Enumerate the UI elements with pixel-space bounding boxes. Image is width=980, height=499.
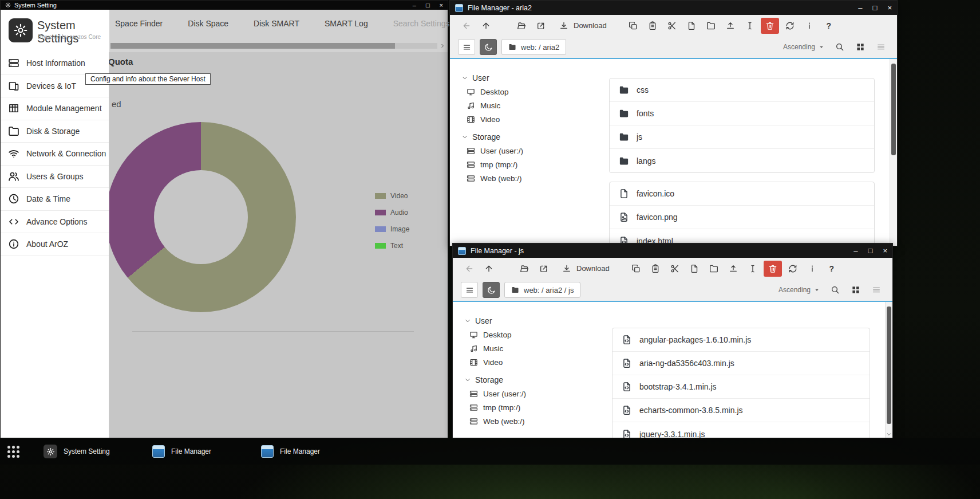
vertical-scrollbar[interactable] [885, 302, 892, 438]
file-row-echarts[interactable]: echarts-common-3.8.5.min.js [612, 399, 870, 422]
scrollbar-thumb[interactable] [891, 64, 896, 155]
tree-section-storage[interactable]: Storage [464, 372, 597, 387]
file-row-aria-ng[interactable]: aria-ng-da5356c403.min.js [612, 352, 870, 375]
tree-item-tmp-drive[interactable]: tmp (tmp:/) [464, 400, 597, 414]
up-button[interactable] [477, 18, 495, 34]
vertical-scrollbar[interactable] [890, 59, 897, 246]
help-button[interactable]: ? [820, 18, 837, 34]
close-button[interactable]: × [883, 246, 887, 255]
sort-dropdown[interactable]: Ascending [779, 286, 823, 294]
close-button[interactable]: × [887, 3, 892, 12]
file-row-bootstrap[interactable]: bootstrap-3.4.1.min.js [612, 375, 870, 399]
sidebar-item-advance-options[interactable]: Advance Options [1, 211, 109, 234]
file-row-langs[interactable]: langs [610, 149, 874, 172]
new-file-button[interactable] [686, 261, 703, 277]
tree-item-desktop[interactable]: Desktop [461, 85, 594, 99]
copy-button[interactable] [625, 18, 642, 34]
file-row-js[interactable]: js [610, 125, 874, 149]
scrollbar-thumb[interactable] [887, 307, 891, 424]
refresh-button[interactable] [781, 18, 799, 34]
tab-disk-smart[interactable]: Disk SMART [254, 19, 299, 28]
minimize-button[interactable]: – [853, 246, 858, 255]
open-folder-button[interactable] [516, 261, 533, 277]
taskbar-item-file-manager-1[interactable]: File Manager [145, 442, 242, 461]
legend-item-audio[interactable]: Audio [375, 204, 409, 221]
legend-item-image[interactable]: Image [375, 221, 409, 237]
sidebar-item-network-connection[interactable]: Network & Connection [1, 143, 109, 166]
paste-button[interactable] [647, 261, 664, 277]
tree-item-tmp-drive[interactable]: tmp (tmp:/) [461, 158, 594, 171]
breadcrumb[interactable]: web: / aria2 / js [504, 282, 580, 298]
new-file-button[interactable] [683, 18, 700, 34]
file-row-favicon-ico[interactable]: favicon.ico [610, 182, 874, 206]
tree-item-web-drive[interactable]: Web (web:/) [464, 414, 597, 428]
tree-section-storage[interactable]: Storage [461, 129, 594, 144]
tree-item-video[interactable]: Video [461, 112, 594, 126]
tree-item-web-drive[interactable]: Web (web:/) [461, 171, 594, 185]
taskbar-item-system-setting[interactable]: System Setting [37, 442, 133, 461]
maximize-button[interactable]: □ [873, 3, 878, 12]
tree-item-video[interactable]: Video [464, 355, 597, 369]
up-button[interactable] [480, 261, 497, 277]
app-launcher-button[interactable] [5, 443, 22, 460]
new-folder-button[interactable] [705, 261, 722, 277]
scroll-down-button[interactable] [886, 431, 892, 437]
paste-button[interactable] [644, 18, 661, 34]
search-button[interactable] [832, 39, 848, 55]
window-titlebar[interactable]: File Manager - aria2 – □ × [450, 1, 897, 15]
help-button[interactable]: ? [823, 261, 840, 277]
cut-button[interactable] [666, 261, 683, 277]
tab-space-finder[interactable]: Space Finder [115, 19, 163, 28]
window-titlebar[interactable]: File Manager - js – □ × [453, 243, 892, 258]
breadcrumb[interactable]: web: / aria2 [501, 39, 566, 55]
maximize-button[interactable]: □ [868, 246, 873, 255]
tree-item-desktop[interactable]: Desktop [464, 328, 597, 341]
cut-button[interactable] [663, 18, 681, 34]
delete-button[interactable] [761, 18, 779, 34]
rename-button[interactable] [744, 261, 761, 277]
list-view-button[interactable] [873, 39, 889, 55]
close-button[interactable]: × [440, 2, 443, 9]
legend-item-text[interactable]: Text [375, 237, 409, 254]
new-folder-button[interactable] [702, 18, 720, 34]
grid-view-button[interactable] [848, 282, 864, 298]
copy-button[interactable] [627, 261, 645, 277]
hscrollbar-thumb[interactable] [110, 43, 395, 49]
file-row-jquery[interactable]: jquery-3.3.1.min.js [612, 422, 870, 438]
refresh-button[interactable] [784, 261, 801, 277]
menu-button[interactable] [458, 39, 475, 55]
sidebar-item-users-groups[interactable]: Users & Groups [1, 166, 109, 188]
legend-item-video[interactable]: Video [375, 187, 409, 204]
upload-button[interactable] [722, 18, 739, 34]
tree-item-user-drive[interactable]: User (user:/) [464, 387, 597, 400]
sidebar-item-date-time[interactable]: Date & Time [1, 188, 109, 211]
sidebar-item-module-management[interactable]: Module Management [1, 97, 109, 120]
tree-section-user[interactable]: User [461, 70, 594, 85]
minimize-button[interactable]: – [858, 3, 862, 12]
file-row-favicon-png[interactable]: favicon.png [610, 206, 874, 229]
tree-item-music[interactable]: Music [461, 99, 594, 112]
back-button[interactable] [461, 261, 478, 277]
open-in-new-window-button[interactable] [535, 261, 552, 277]
grid-view-button[interactable] [852, 39, 868, 55]
tabbar-hscrollbar[interactable] [110, 43, 437, 49]
tab-smart-log[interactable]: SMART Log [325, 19, 368, 28]
theme-toggle-button[interactable] [483, 282, 500, 298]
list-view-button[interactable] [868, 282, 884, 298]
file-row-angular[interactable]: angular-packages-1.6.10.min.js [612, 328, 870, 352]
download-button[interactable]: Download [552, 18, 614, 34]
sort-dropdown[interactable]: Ascending [783, 43, 827, 51]
window-titlebar[interactable]: System Setting – □ × [1, 1, 448, 10]
back-button[interactable] [458, 18, 475, 34]
sidebar-item-host-information[interactable]: Host Information [1, 52, 109, 75]
properties-button[interactable] [804, 261, 821, 277]
upload-button[interactable] [725, 261, 742, 277]
open-folder-button[interactable] [513, 18, 530, 34]
delete-button[interactable] [764, 261, 782, 277]
tab-disk-space[interactable]: Disk Space [188, 19, 228, 28]
taskbar-item-file-manager-2[interactable]: File Manager [254, 442, 350, 461]
file-row-fonts[interactable]: fonts [610, 102, 874, 125]
tree-item-user-drive[interactable]: User (user:/) [461, 144, 594, 158]
tree-item-music[interactable]: Music [464, 341, 597, 355]
theme-toggle-button[interactable] [480, 39, 497, 55]
